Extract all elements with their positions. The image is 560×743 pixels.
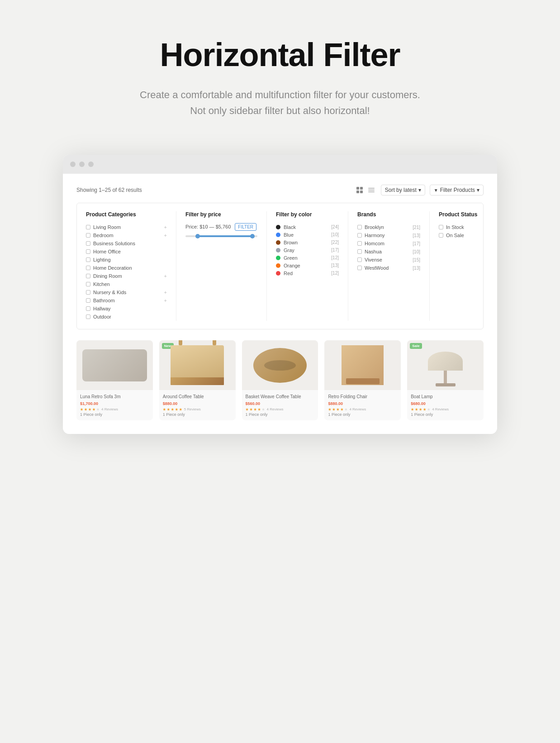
brand-left: Vivense [357, 257, 382, 262]
color-count: [13] [331, 263, 339, 268]
review-count: 4 Reviews [349, 407, 366, 411]
list-view-button[interactable] [366, 185, 376, 195]
list-item: Nashua [10] [357, 248, 420, 256]
category-checkbox-nursery[interactable] [86, 290, 90, 295]
expand-icon[interactable]: + [164, 273, 167, 279]
grid-view-button[interactable] [355, 185, 365, 195]
expand-icon[interactable]: + [164, 224, 167, 230]
category-checkbox-dining[interactable] [86, 274, 90, 278]
cat-item-left: Bathroom [86, 298, 115, 303]
grid-icon [356, 187, 363, 193]
status-checkbox-instock[interactable] [439, 225, 443, 229]
slider-track [185, 235, 257, 237]
color-swatch-green[interactable] [276, 256, 280, 260]
product-price: $1,700.00 [80, 401, 98, 406]
list-item: In Stock [439, 223, 497, 231]
color-swatch-black[interactable] [276, 225, 280, 229]
star-icon [171, 408, 174, 411]
color-swatch-gray[interactable] [276, 248, 280, 252]
category-checkbox-home-office[interactable] [86, 249, 90, 254]
list-item: Hallway [86, 305, 167, 313]
product-price-row: $680.00 [411, 401, 480, 406]
brand-checkbox-vivense[interactable] [357, 257, 362, 262]
expand-icon[interactable]: + [164, 298, 167, 303]
cat-item-left: Kitchen [86, 281, 110, 287]
brand-count: [13] [413, 266, 420, 271]
category-checkbox-business[interactable] [86, 241, 90, 246]
price-label: Price: $10 — $5,760 FILTER [185, 223, 257, 231]
product-price-row: $560.00 [246, 401, 315, 406]
product-stock: 1 Piece only [246, 412, 315, 417]
brand-checkbox-westwood[interactable] [357, 266, 362, 270]
status-title: Product Status [439, 211, 497, 218]
category-label: Nursery & Kids [93, 290, 126, 295]
list-item: Bedroom + [86, 231, 167, 239]
product-card[interactable]: Basket Weave Coffee Table $560.00 4 Revi… [242, 340, 318, 420]
color-label: Orange [284, 263, 300, 268]
brand-checkbox-harmony[interactable] [357, 233, 362, 238]
color-swatch-blue[interactable] [276, 233, 280, 237]
list-item: Gray [17] [276, 246, 339, 254]
category-label: Business Solutions [93, 241, 135, 246]
expand-icon[interactable]: + [164, 290, 167, 295]
star-icon [167, 408, 170, 411]
category-checkbox-bathroom[interactable] [86, 298, 90, 303]
product-info: Around Coffee Table $880.00 5 Reviews [159, 390, 236, 420]
list-item: Dining Room + [86, 272, 167, 280]
brand-checkbox-brooklyn[interactable] [357, 225, 362, 229]
product-card[interactable]: Sale Boat Lamp $680.00 [407, 340, 484, 420]
color-count: [22] [331, 240, 339, 245]
star-icon [415, 408, 418, 411]
filter-products-button[interactable]: ▼ Filter Products ▾ [430, 185, 484, 195]
category-checkbox-hallway[interactable] [86, 306, 90, 311]
list-item: WestWood [13] [357, 264, 420, 272]
product-name: Basket Weave Coffee Table [246, 394, 315, 400]
slider-thumb-min[interactable] [195, 234, 200, 238]
product-badge-sale: Sale [410, 343, 422, 349]
category-checkbox-bedroom[interactable] [86, 233, 90, 238]
product-card[interactable]: Luna Retro Sofa 3m $1,700.00 4 Reviews [76, 340, 153, 420]
color-left: Brown [276, 240, 298, 245]
price-title: Filter by price [185, 211, 257, 218]
brand-checkbox-nashua[interactable] [357, 249, 362, 254]
product-card[interactable]: Retro Folding Chair $880.00 4 Reviews [324, 340, 401, 420]
category-checkbox-kitchen[interactable] [86, 282, 90, 286]
product-card[interactable]: New Around Coffee Table $880.00 [159, 340, 236, 420]
color-label: Black [284, 224, 296, 230]
color-swatch-red[interactable] [276, 271, 280, 276]
filter-brands-section: Brands Brooklyn [21] Harm [348, 211, 430, 321]
list-item: Home Decoration [86, 264, 167, 272]
color-count: [12] [331, 271, 339, 276]
browser-dot-green [88, 162, 94, 167]
sort-dropdown[interactable]: Sort by latest ▾ [381, 185, 425, 195]
filter-arrow-icon: ▾ [477, 187, 479, 193]
slider-thumb-max[interactable] [250, 234, 255, 238]
list-item: Brown [22] [276, 238, 339, 246]
color-count: [17] [331, 248, 339, 252]
expand-icon[interactable]: + [164, 233, 167, 238]
category-checkbox-lighting[interactable] [86, 257, 90, 262]
product-stock: 1 Piece only [163, 412, 232, 417]
color-swatch-orange[interactable] [276, 263, 280, 268]
category-checkbox-living-room[interactable] [86, 225, 90, 229]
product-name: Around Coffee Table [163, 394, 232, 400]
browser-dot-yellow [79, 162, 85, 167]
product-stock: 1 Piece only [80, 412, 149, 417]
star-icon [332, 408, 335, 411]
price-range-text: Price: $10 — $5,760 [185, 224, 231, 229]
categories-title: Product Categories [86, 211, 167, 218]
brand-checkbox-homcom[interactable] [357, 241, 362, 246]
price-filter-button[interactable]: FILTER [235, 223, 256, 231]
color-swatch-brown[interactable] [276, 240, 280, 245]
product-price: $880.00 [163, 401, 178, 406]
list-item: Nursery & Kids + [86, 288, 167, 296]
category-checkbox-home-deco[interactable] [86, 266, 90, 270]
color-left: Orange [276, 263, 300, 268]
color-left: Green [276, 255, 298, 261]
brand-left: Homcom [357, 241, 384, 246]
category-checkbox-outdoor[interactable] [86, 314, 90, 319]
status-checkbox-onsale[interactable] [439, 233, 443, 238]
product-grid: Luna Retro Sofa 3m $1,700.00 4 Reviews [76, 340, 484, 420]
filter-status-section: Product Status In Stock On Sale [430, 211, 497, 321]
price-range-slider[interactable] [185, 235, 257, 237]
